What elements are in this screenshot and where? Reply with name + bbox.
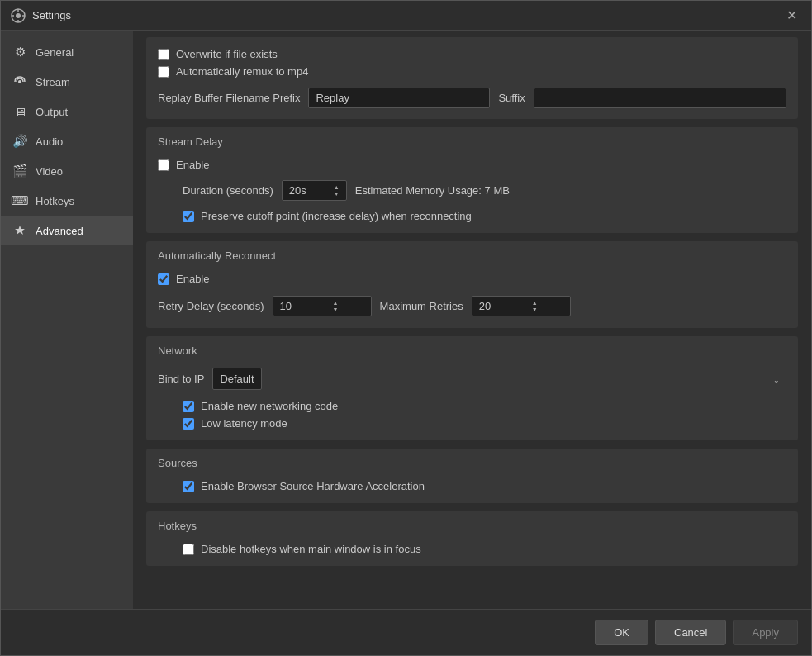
stream-delay-enable-checkbox[interactable] <box>158 159 169 171</box>
file-section: Overwrite if file exists Automatically r… <box>146 37 798 119</box>
max-retries-down-arrow[interactable]: ▼ <box>532 307 538 312</box>
advanced-icon <box>12 223 27 238</box>
overwrite-label: Overwrite if file exists <box>176 48 278 60</box>
max-retries-input[interactable] <box>479 300 529 312</box>
keyboard-icon: ⌨ <box>12 193 27 208</box>
duration-up-arrow[interactable]: ▲ <box>334 184 340 190</box>
bind-ip-row: Bind to IP Default <box>158 365 786 392</box>
low-latency-checkbox[interactable] <box>183 418 194 430</box>
sidebar-item-advanced[interactable]: Advanced <box>1 216 133 245</box>
sources-title: Sources <box>158 457 786 469</box>
title-bar: Settings ✕ <box>1 1 811 31</box>
new-networking-checkbox[interactable] <box>183 401 194 412</box>
hotkeys-title: Hotkeys <box>158 520 786 532</box>
low-latency-row: Low latency mode <box>158 415 786 432</box>
svg-point-1 <box>16 13 21 18</box>
overwrite-checkbox[interactable] <box>158 49 169 60</box>
preserve-cutoff-label: Preserve cutoff point (increase delay) w… <box>201 210 472 222</box>
auto-reconnect-enable-label: Enable <box>176 273 209 285</box>
sidebar-item-hotkeys[interactable]: ⌨ Hotkeys <box>1 186 133 216</box>
new-networking-row: Enable new networking code <box>158 397 786 415</box>
audio-icon: 🔊 <box>12 134 27 149</box>
max-retries-up-arrow[interactable]: ▲ <box>532 300 538 306</box>
duration-input[interactable] <box>289 184 330 197</box>
stream-icon <box>12 74 27 89</box>
browser-accel-checkbox[interactable] <box>183 481 194 492</box>
stream-delay-duration-row: Duration (seconds) ▲ ▼ Estimated Memory … <box>158 177 786 204</box>
replay-prefix-input[interactable] <box>308 88 490 108</box>
hotkeys-section: Hotkeys Disable hotkeys when main window… <box>146 511 798 566</box>
settings-window: Settings ✕ ⚙ General Stream 🖥 <box>0 0 812 656</box>
network-section: Network Bind to IP Default Enable new ne… <box>146 336 798 440</box>
retry-down-arrow[interactable]: ▼ <box>333 307 339 312</box>
bind-ip-select-wrapper: Default <box>212 368 786 390</box>
retry-delay-input[interactable] <box>280 300 330 312</box>
suffix-label: Suffix <box>498 92 525 104</box>
disable-hotkeys-row: Disable hotkeys when main window is in f… <box>158 540 786 558</box>
stream-delay-title: Stream Delay <box>158 135 786 148</box>
preserve-cutoff-checkbox[interactable] <box>183 211 194 222</box>
replay-buffer-row: Replay Buffer Filename Prefix Suffix <box>158 85 786 111</box>
remux-row: Automatically remux to mp4 <box>158 63 786 80</box>
content-area: Overwrite if file exists Automatically r… <box>133 31 811 609</box>
suffix-input[interactable] <box>534 88 786 108</box>
auto-reconnect-section: Automatically Reconnect Enable Retry Del… <box>146 241 798 328</box>
retry-delay-label: Retry Delay (seconds) <box>158 300 264 312</box>
app-icon <box>11 8 26 23</box>
apply-button[interactable]: Apply <box>733 620 798 645</box>
sidebar-item-output[interactable]: 🖥 Output <box>1 97 133 126</box>
overwrite-row: Overwrite if file exists <box>158 45 786 63</box>
remux-checkbox[interactable] <box>158 66 169 78</box>
svg-point-6 <box>18 80 21 83</box>
remux-label: Automatically remux to mp4 <box>176 65 308 78</box>
duration-label: Duration (seconds) <box>183 184 273 197</box>
preserve-cutoff-row: Preserve cutoff point (increase delay) w… <box>158 207 786 225</box>
duration-down-arrow[interactable]: ▼ <box>334 191 340 197</box>
settings-panel: Overwrite if file exists Automatically r… <box>133 31 811 581</box>
new-networking-label: Enable new networking code <box>201 400 338 412</box>
sidebar-item-audio[interactable]: 🔊 Audio <box>1 126 133 156</box>
max-retries-arrows: ▲ ▼ <box>532 300 538 312</box>
browser-accel-label: Enable Browser Source Hardware Accelerat… <box>201 480 425 492</box>
stream-delay-section: Stream Delay Enable Duration (seconds) ▲… <box>146 127 798 233</box>
max-retries-spinbox: ▲ ▼ <box>472 296 571 316</box>
disable-hotkeys-label: Disable hotkeys when main window is in f… <box>201 543 421 555</box>
max-retries-label: Maximum Retries <box>380 300 463 312</box>
output-icon: 🖥 <box>12 104 27 119</box>
cancel-button[interactable]: Cancel <box>655 620 726 645</box>
disable-hotkeys-checkbox[interactable] <box>183 544 194 555</box>
retry-delay-spinbox: ▲ ▼ <box>273 296 372 316</box>
duration-spinbox: ▲ ▼ <box>282 180 347 201</box>
footer: OK Cancel Apply <box>1 609 811 655</box>
ok-button[interactable]: OK <box>595 620 648 645</box>
retry-delay-arrows: ▲ ▼ <box>333 300 339 312</box>
gear-icon: ⚙ <box>12 45 27 59</box>
duration-arrows: ▲ ▼ <box>334 184 340 197</box>
close-button[interactable]: ✕ <box>781 6 801 26</box>
stream-delay-enable-row: Enable <box>158 156 786 174</box>
auto-reconnect-enable-row: Enable <box>158 270 786 288</box>
replay-prefix-label: Replay Buffer Filename Prefix <box>158 92 300 104</box>
stream-delay-enable-label: Enable <box>176 159 209 171</box>
video-icon: 🎬 <box>12 164 27 178</box>
window-title: Settings <box>32 9 71 21</box>
sidebar-item-stream[interactable]: Stream <box>1 67 133 97</box>
sidebar: ⚙ General Stream 🖥 Output 🔊 A <box>1 31 133 609</box>
sidebar-item-general[interactable]: ⚙ General <box>1 37 133 67</box>
main-content: ⚙ General Stream 🖥 Output 🔊 A <box>1 31 811 609</box>
retry-up-arrow[interactable]: ▲ <box>333 300 339 306</box>
estimated-mem-label: Estimated Memory Usage: 7 MB <box>355 184 510 197</box>
bind-ip-label: Bind to IP <box>158 373 204 385</box>
sidebar-item-video[interactable]: 🎬 Video <box>1 156 133 186</box>
auto-reconnect-enable-checkbox[interactable] <box>158 273 169 285</box>
sources-section: Sources Enable Browser Source Hardware A… <box>146 449 798 503</box>
retry-row: Retry Delay (seconds) ▲ ▼ Maximum Retrie… <box>158 292 786 320</box>
low-latency-label: Low latency mode <box>201 417 287 430</box>
bind-ip-select[interactable]: Default <box>212 368 262 390</box>
network-title: Network <box>158 345 786 357</box>
browser-accel-row: Enable Browser Source Hardware Accelerat… <box>158 478 786 495</box>
auto-reconnect-title: Automatically Reconnect <box>158 250 786 262</box>
